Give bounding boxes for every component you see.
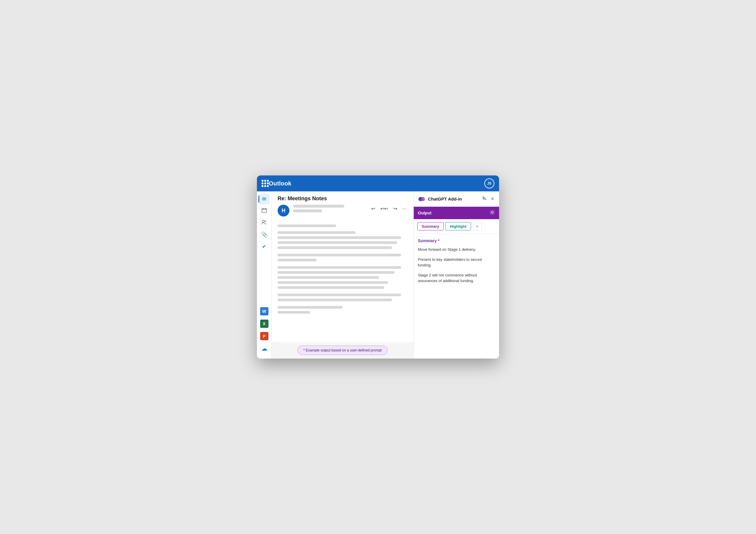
email-meta: H ↩ ↩↩ ↪ ··· (278, 205, 408, 217)
body-line (278, 311, 310, 314)
sidebar-narrow: ✉ (257, 191, 272, 359)
body-line (278, 286, 384, 289)
sender-avatar: H (278, 205, 289, 217)
sidebar-item-ppt[interactable]: P (259, 331, 270, 341)
pin-icon (482, 196, 487, 201)
sidebar-item-calendar[interactable] (259, 205, 270, 216)
sidebar-item-onedrive[interactable]: ☁ (259, 343, 270, 354)
svg-point-8 (491, 211, 493, 213)
footer-note: * Example output based on a user-defined… (297, 346, 388, 355)
body-line (278, 236, 401, 239)
pin-button[interactable] (481, 195, 488, 203)
settings-button[interactable] (490, 210, 495, 216)
email-body (272, 220, 414, 342)
sidebar-item-excel[interactable]: X (259, 318, 270, 329)
body-line (278, 231, 356, 234)
chatgpt-logo (418, 196, 425, 202)
calendar-icon (262, 208, 267, 214)
more-actions-button[interactable]: ··· (401, 205, 408, 213)
summary-title: Summary * (418, 238, 495, 243)
svg-point-7 (421, 197, 425, 201)
sender-name-placeholder (293, 205, 344, 208)
people-icon (261, 220, 267, 226)
reply-all-button[interactable]: ↩↩ (379, 205, 389, 213)
sender-time-placeholder (293, 209, 322, 212)
app-window: Outlook JS ✉ (257, 175, 499, 359)
body-line (278, 254, 401, 256)
sidebar-item-word[interactable]: W (259, 306, 270, 317)
close-button[interactable]: × (490, 195, 495, 203)
body-line (278, 294, 401, 296)
output-bar: Output (414, 207, 499, 219)
sender-info (293, 205, 366, 214)
body-line (278, 259, 316, 261)
tab-summary[interactable]: Summary (417, 222, 444, 230)
summary-item-2: Present to key stakeholders to secure fu… (418, 257, 495, 268)
svg-point-4 (262, 220, 264, 222)
email-actions: ↩ ↩↩ ↪ ··· (370, 205, 408, 213)
body-line (278, 281, 388, 284)
svg-rect-0 (262, 208, 267, 213)
body-line (278, 299, 392, 301)
summary-item-1: Move forward on Stage 1 delivery. (418, 247, 495, 253)
body-line (278, 271, 394, 274)
email-pane: Re: Meetings Notes H ↩ ↩↩ ↪ ··· (272, 191, 414, 359)
body-line (278, 225, 336, 227)
footer-note-area: * Example output based on a user-defined… (272, 342, 414, 359)
output-label: Output (418, 211, 431, 215)
body-line (278, 276, 379, 279)
svg-point-5 (265, 220, 266, 222)
ppt-icon: P (260, 332, 268, 340)
forward-button[interactable]: ↪ (392, 205, 398, 213)
body-line (278, 266, 401, 269)
word-icon: W (260, 307, 268, 315)
body-line (278, 241, 397, 244)
sidebar-item-mail[interactable]: ✉ (259, 194, 270, 204)
chatgpt-panel: ChatGPT Add-in × Output (414, 191, 499, 359)
panel-tabs: Summary Highlight + (414, 219, 499, 234)
reply-button[interactable]: ↩ (370, 205, 376, 213)
main-layout: ✉ (257, 191, 499, 359)
panel-actions: × (481, 195, 495, 203)
email-header: Re: Meetings Notes H ↩ ↩↩ ↪ ··· (272, 191, 414, 220)
body-line (278, 246, 392, 249)
settings-icon (490, 210, 495, 215)
body-line (278, 306, 342, 308)
check-icon: ✔ (262, 244, 266, 249)
sidebar-item-tasks[interactable]: ✔ (259, 241, 270, 252)
app-title: Outlook (269, 180, 291, 187)
onedrive-icon: ☁ (261, 345, 267, 352)
tab-highlight[interactable]: Highlight (445, 222, 471, 230)
sidebar-item-attach[interactable]: 📎 (259, 229, 270, 240)
app-menu-grid[interactable] (262, 180, 269, 187)
panel-title: ChatGPT Add-in (428, 197, 462, 201)
panel-content: Summary * Move forward on Stage 1 delive… (414, 234, 499, 359)
email-subject: Re: Meetings Notes (278, 196, 408, 202)
user-avatar[interactable]: JS (484, 178, 494, 188)
title-bar: Outlook JS (257, 175, 499, 191)
chatgpt-logo-svg (418, 196, 425, 202)
grid-icon (262, 180, 269, 187)
panel-header: ChatGPT Add-in × (414, 191, 499, 207)
attach-icon: 📎 (261, 231, 268, 238)
tab-add-button[interactable]: + (473, 222, 482, 230)
mail-icon: ✉ (262, 196, 266, 202)
excel-icon: X (260, 320, 268, 328)
summary-item-3: Stage 2 will not commence without assura… (418, 272, 495, 284)
sidebar-item-people[interactable] (259, 217, 270, 228)
